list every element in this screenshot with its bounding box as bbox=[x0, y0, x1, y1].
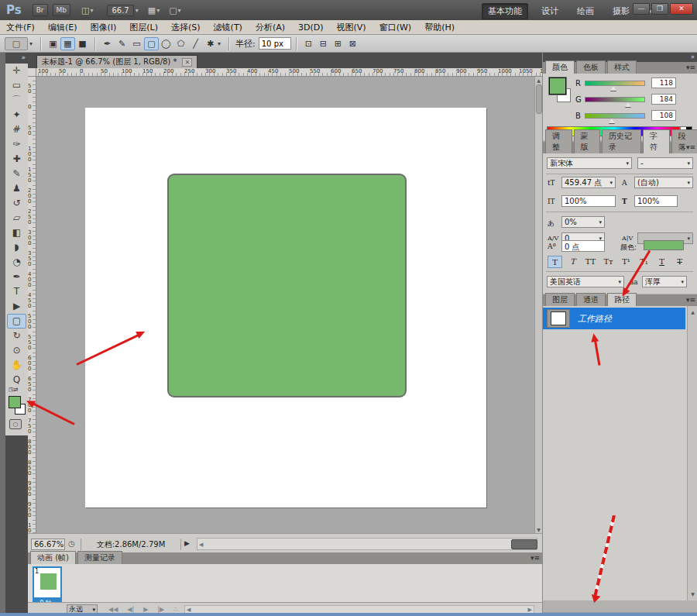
panel-menu-icon[interactable]: ▾≡ bbox=[530, 554, 540, 562]
arrange-documents-icon[interactable]: ◫ bbox=[81, 5, 89, 15]
zoom-level-dropdown[interactable]: 66.7 bbox=[107, 5, 133, 16]
slider-thumb[interactable] bbox=[609, 119, 615, 123]
pen-tool-button[interactable]: ✒ bbox=[100, 37, 115, 50]
horizontal-ruler[interactable]: 1005005010015020025030035040045050055060… bbox=[36, 68, 542, 77]
tool-pen[interactable]: ✒ bbox=[7, 270, 26, 284]
combine-add-shape-button[interactable]: ⊡ bbox=[301, 37, 316, 50]
shape-layers-button[interactable]: ▣ bbox=[46, 37, 60, 50]
baseline-shift-field[interactable]: 0 点 bbox=[561, 240, 605, 252]
polygon-tool-button[interactable]: ⬠ bbox=[173, 37, 188, 50]
panel-menu-icon[interactable]: ▾≡ bbox=[686, 143, 695, 151]
tool-crop[interactable]: # bbox=[7, 122, 26, 137]
default-colors-icon[interactable]: ◳⇄ bbox=[9, 387, 19, 394]
horizontal-scale-field[interactable]: 100% bbox=[634, 195, 678, 207]
animation-tab[interactable]: 测量记录 bbox=[77, 551, 122, 564]
status-zoom-field[interactable]: 66.67% bbox=[31, 539, 65, 550]
character-tab[interactable]: 调整 bbox=[545, 129, 572, 153]
tool-move[interactable]: ✛ bbox=[7, 64, 26, 78]
menu-item[interactable]: 窗口(W) bbox=[379, 22, 411, 33]
scroll-up-icon[interactable]: ▲ bbox=[688, 309, 697, 315]
superscript-button[interactable]: T¹ bbox=[619, 256, 633, 268]
panel-menu-icon[interactable]: ▾≡ bbox=[686, 296, 695, 304]
tool-zoom[interactable]: Q bbox=[7, 373, 26, 387]
tool-blur[interactable]: ◗ bbox=[7, 240, 26, 255]
freeform-pen-tool-button[interactable]: ✎ bbox=[115, 37, 129, 50]
rounded-rectangle-tool-button[interactable]: ▢ bbox=[144, 37, 159, 50]
rectangle-tool-button[interactable]: ▭ bbox=[129, 37, 144, 50]
channel-slider[interactable] bbox=[585, 97, 645, 102]
close-button[interactable]: ✕ bbox=[670, 3, 693, 15]
line-tool-button[interactable]: ╱ bbox=[188, 37, 203, 50]
status-expand-button[interactable]: ▶ bbox=[184, 539, 190, 547]
strikethrough-button[interactable]: T bbox=[672, 256, 687, 268]
restore-button[interactable]: ❐ bbox=[651, 3, 668, 15]
scroll-right-icon[interactable]: ▶ bbox=[528, 607, 532, 613]
menu-item[interactable]: 图像(I) bbox=[90, 22, 116, 33]
paths-tab[interactable]: 通道 bbox=[576, 293, 606, 306]
workspace-button[interactable]: 摄影 bbox=[607, 4, 635, 19]
underline-button[interactable]: T bbox=[654, 256, 669, 268]
tool-orbit-3d[interactable]: ⊙ bbox=[7, 343, 26, 358]
paths-tab[interactable]: 图层 bbox=[545, 293, 575, 306]
horizontal-scrollbar[interactable]: ◀ ▶ bbox=[197, 538, 537, 550]
scroll-left-icon[interactable]: ◀ bbox=[187, 607, 191, 613]
quick-mask-button[interactable]: ○ bbox=[9, 419, 22, 429]
menu-item[interactable]: 视图(V) bbox=[337, 22, 366, 33]
animation-tab[interactable]: 动画 (帧) bbox=[30, 551, 76, 564]
channel-slider[interactable] bbox=[585, 113, 645, 119]
font-style-dropdown[interactable]: -▾ bbox=[637, 157, 693, 169]
close-icon[interactable]: ✕ bbox=[182, 58, 192, 67]
all-caps-button[interactable]: TT bbox=[583, 256, 598, 268]
animation-frame[interactable]: 1 bbox=[33, 566, 62, 599]
chevron-down-icon[interactable]: ▾ bbox=[29, 40, 33, 47]
tsume-dropdown[interactable]: 0%▾ bbox=[561, 216, 605, 228]
screen-mode-icon[interactable]: ▢ bbox=[169, 5, 177, 15]
vertical-ruler[interactable]: 5005010015020025030035040045050055060065… bbox=[28, 77, 36, 533]
color-tab[interactable]: 样式 bbox=[607, 60, 637, 74]
tool-rounded-rectangle[interactable]: ▢ bbox=[7, 314, 26, 329]
tool-dodge[interactable]: ◔ bbox=[7, 255, 26, 270]
tool-eyedropper[interactable]: ✑ bbox=[7, 137, 26, 152]
chevron-down-icon[interactable]: ▾ bbox=[136, 7, 139, 14]
chevron-down-icon[interactable]: ▾ bbox=[90, 7, 93, 14]
leading-dropdown[interactable]: (自动)▾ bbox=[634, 177, 693, 188]
workspace-button[interactable]: 绘画 bbox=[572, 4, 599, 19]
tool-preset-picker[interactable]: ▢ bbox=[5, 37, 28, 50]
tool-type[interactable]: T bbox=[7, 284, 26, 299]
menu-item[interactable]: 分析(A) bbox=[256, 22, 285, 33]
character-tab[interactable]: 蒙版 bbox=[574, 129, 601, 153]
work-path-row[interactable]: 工作路径 bbox=[543, 308, 685, 329]
channel-value-field[interactable]: 118 bbox=[651, 77, 676, 88]
slider-thumb[interactable] bbox=[625, 102, 631, 107]
channel-value-field[interactable]: 184 bbox=[651, 94, 676, 105]
tool-marquee[interactable]: ▭ bbox=[7, 78, 26, 93]
tool-path-selection[interactable]: ▶ bbox=[7, 299, 26, 314]
color-tab[interactable]: 颜色 bbox=[545, 60, 575, 74]
foreground-color-swatch[interactable] bbox=[9, 396, 21, 408]
tool-hand[interactable]: ✋ bbox=[7, 358, 26, 373]
fill-pixels-button[interactable]: ■ bbox=[75, 37, 90, 50]
tool-magic-wand[interactable]: ✦ bbox=[7, 108, 26, 122]
tool-rotate-3d[interactable]: ↻ bbox=[7, 329, 26, 343]
view-extras-icon[interactable]: ▦ bbox=[148, 5, 156, 15]
rounded-rectangle-shape[interactable] bbox=[167, 174, 407, 397]
workspace-button[interactable]: 设计 bbox=[536, 4, 564, 19]
font-family-dropdown[interactable]: 新宋体▾ bbox=[547, 157, 632, 169]
color-tab[interactable]: 色板 bbox=[576, 60, 606, 74]
font-size-dropdown[interactable]: 459.47 点▾ bbox=[561, 177, 616, 188]
minimize-button[interactable]: — bbox=[633, 3, 650, 15]
menu-item[interactable]: 图层(L) bbox=[129, 22, 158, 33]
chevron-down-icon[interactable]: ▾ bbox=[218, 40, 221, 47]
vertical-scale-field[interactable]: 100% bbox=[561, 195, 616, 207]
character-tab[interactable]: 字符 bbox=[643, 129, 670, 153]
scroll-down-icon[interactable]: ▼ bbox=[535, 527, 542, 532]
document-tab[interactable]: 未标题-1 @ 66.7% (图层 1, RGB/8) * ✕ bbox=[36, 55, 197, 68]
canvas-area[interactable] bbox=[36, 77, 534, 533]
menu-item[interactable]: 3D(D) bbox=[298, 22, 324, 33]
mini-bridge-button[interactable]: Mb bbox=[53, 4, 70, 16]
combine-exclude-shape-button[interactable]: ⊠ bbox=[345, 37, 360, 50]
paths-mode-button[interactable]: ▦ bbox=[60, 37, 75, 50]
custom-shape-tool-button[interactable]: ✱ bbox=[203, 37, 218, 50]
tool-history-brush[interactable]: ↺ bbox=[7, 196, 26, 211]
tool-spot-healing[interactable]: ✚ bbox=[7, 152, 26, 167]
